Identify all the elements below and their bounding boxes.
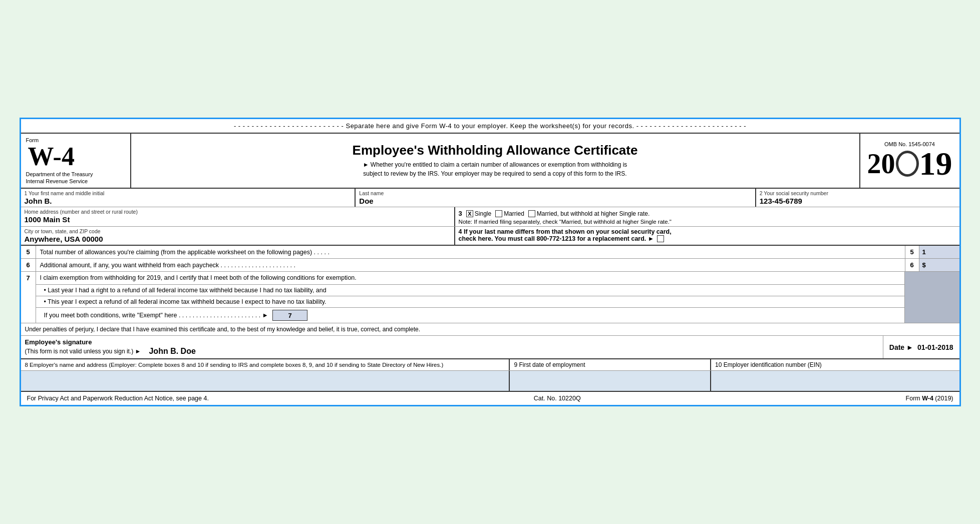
first-name-label: 1 Your first name and middle initial: [25, 190, 352, 196]
dashed-line: - - - - - - - - - - - - - - - - - - - - …: [21, 119, 959, 134]
filing-status-row: 3 X Single Married Married, but withhold…: [459, 210, 956, 217]
sig-label-bold: Employee's signature: [25, 338, 879, 346]
first-date-value[interactable]: [510, 371, 711, 391]
employer-label-cell: 8 Employer's name and address (Employer:…: [21, 359, 510, 370]
line7-field[interactable]: 7: [272, 310, 307, 321]
sig-instruction: (This form is not valid unless you sign …: [25, 348, 141, 355]
year-display: 20 19: [867, 147, 952, 180]
line7-bullet2: • This year I expect a refund of all fed…: [36, 296, 904, 307]
married-option: Married: [495, 210, 524, 217]
subtitle-line2: subject to review by the IRS. Your emplo…: [363, 170, 626, 177]
sig-date-section: Date ► 01-01-2018: [883, 336, 959, 358]
first-name-cell: 1 Your first name and middle initial Joh…: [21, 189, 356, 207]
ein-label-cell: 10 Employer identification number (EIN): [711, 359, 959, 370]
last-name-value: Doe: [359, 197, 751, 205]
married-higher-checkbox[interactable]: [528, 210, 535, 217]
line5-row: 5 Total number of allowances you're clai…: [21, 246, 959, 259]
line8-label: 8 Employer's name and address (Employer:…: [25, 362, 444, 368]
line7-block: 7 I claim exemption from withholding for…: [21, 272, 959, 323]
line4-text2: check here. You must call 800-772-1213 f…: [459, 235, 672, 242]
perjury-row: Under penalties of perjury, I declare th…: [21, 323, 959, 336]
row-name: 1 Your first name and middle initial Joh…: [21, 189, 959, 207]
line5-desc: Total number of allowances you're claimi…: [36, 246, 905, 258]
form-title: Employee's Withholding Allowance Certifi…: [353, 143, 638, 158]
filing-note: Note: If married filing separately, chec…: [459, 219, 956, 225]
header: Form W-4 Department of the Treasury Inte…: [21, 134, 959, 189]
footer-left: For Privacy Act and Paperwork Reduction …: [27, 395, 209, 402]
ein-value[interactable]: [711, 371, 959, 391]
line7-bullet1: • Last year I had a right to a refund of…: [36, 284, 904, 296]
ssn-label: 2 Your social security number: [760, 190, 956, 196]
perjury-text: Under penalties of perjury, I declare th…: [25, 326, 421, 333]
line7-main-text: I claim exemption from withholding for 2…: [40, 274, 357, 281]
date-label: Date ►: [889, 343, 913, 351]
exempt-text: If you meet both conditions, write "Exem…: [44, 312, 269, 319]
year-circle: [896, 151, 919, 177]
line7-shade-ext: [904, 284, 959, 323]
last-name-label: Last name: [359, 190, 751, 196]
line7-num: 7: [21, 272, 36, 284]
line6-value[interactable]: $: [919, 259, 959, 271]
header-center: Employee's Withholding Allowance Certifi…: [131, 134, 860, 188]
sig-name-value: John B. Doe: [149, 347, 195, 356]
dept-label: Department of the Treasury: [26, 171, 93, 178]
date-value: 01-01-2018: [917, 343, 953, 351]
footer-center: Cat. No. 10220Q: [534, 395, 581, 402]
line10-label: 10 Employer identification number (EIN): [715, 361, 822, 368]
married-higher-label: Married, but withhold at higher Single r…: [537, 210, 649, 217]
footer-right: Form W-4 (2019): [906, 395, 953, 402]
line6-field-num: 6: [905, 259, 919, 271]
single-checkbox[interactable]: X: [466, 210, 473, 217]
line6-row: 6 Additional amount, if any, you want wi…: [21, 259, 959, 272]
line4-content: 4 If your last name differs from that sh…: [459, 228, 956, 242]
line7-field-num: 7: [288, 312, 291, 319]
addr-label: Home address (number and street or rural…: [25, 209, 451, 215]
city-cell: City or town, state, and ZIP code Anywhe…: [21, 227, 455, 245]
employer-value[interactable]: [21, 371, 510, 391]
separation-text: Separate here and give Form W-4 to your …: [346, 122, 634, 130]
first-date-label-cell: 9 First date of employment: [510, 359, 711, 370]
last-name-cell: Last name Doe: [356, 189, 756, 207]
line4-checkbox[interactable]: [657, 235, 664, 242]
footer: For Privacy Act and Paperwork Reduction …: [21, 392, 959, 405]
line7-bullet-content: • Last year I had a right to a refund of…: [36, 284, 904, 323]
w4-form: - - - - - - - - - - - - - - - - - - - - …: [20, 118, 961, 407]
irs-label: Internal Revenue Service: [26, 178, 93, 185]
first-name-value: John B.: [25, 197, 352, 205]
footer-right-pre: Form: [906, 395, 922, 402]
row-address: Home address (number and street or rural…: [21, 207, 959, 227]
married-checkbox[interactable]: [495, 210, 502, 217]
sig-line: (This form is not valid unless you sign …: [25, 347, 879, 356]
footer-right-post: (2019): [933, 395, 953, 402]
line7-indent: [21, 284, 36, 323]
line5-value[interactable]: 1: [919, 246, 959, 258]
w4-title: W-4: [28, 144, 93, 170]
married-higher-option: Married, but withhold at higher Single r…: [528, 210, 649, 217]
line6-field: 6 $: [905, 259, 959, 271]
line3-number: 3: [459, 210, 462, 217]
form-subtitle: ► Whether you're entitled to claim a cer…: [363, 160, 627, 178]
line4-text: 4 If your last name differs from that sh…: [459, 228, 672, 242]
single-label: Single: [475, 210, 491, 217]
ssn-value: 123-45-6789: [760, 197, 956, 205]
line5-field: 5 1: [905, 246, 959, 258]
line7-shade: [904, 272, 959, 284]
city-value: Anywhere, USA 00000: [25, 235, 451, 243]
line7-main-row: 7 I claim exemption from withholding for…: [21, 272, 959, 284]
row-city: City or town, state, and ZIP code Anywhe…: [21, 227, 959, 246]
subtitle-line1: ► Whether you're entitled to claim a cer…: [363, 161, 627, 168]
line9-label: 9 First date of employment: [514, 361, 585, 368]
addr-value: 1000 Main St: [25, 215, 451, 224]
line7-bullets: • Last year I had a right to a refund of…: [21, 284, 959, 323]
line5-field-num: 5: [905, 246, 919, 258]
single-option: X Single: [466, 210, 491, 217]
header-right: OMB No. 1545-0074 20 19: [860, 134, 959, 188]
employer-value-row: [21, 371, 959, 392]
employer-info-header: 8 Employer's name and address (Employer:…: [21, 359, 959, 371]
line7-exempt-row: If you meet both conditions, write "Exem…: [36, 307, 904, 323]
year-20: 20: [867, 150, 895, 178]
line4-text1: 4 If your last name differs from that sh…: [459, 228, 672, 235]
signature-row: Employee's signature (This form is not v…: [21, 336, 959, 359]
filing-status-cell: 3 X Single Married Married, but withhold…: [455, 207, 959, 226]
address-cell: Home address (number and street or rural…: [21, 207, 455, 226]
